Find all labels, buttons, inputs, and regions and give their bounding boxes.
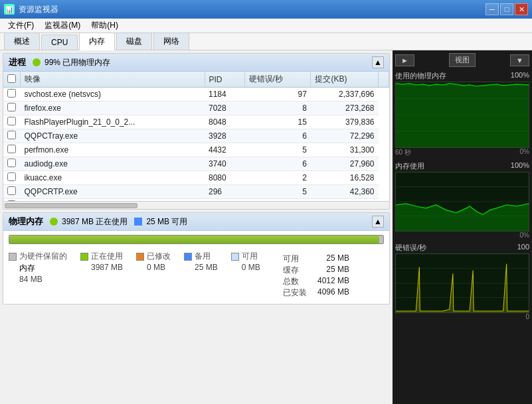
menu-file[interactable]: 文件(F) xyxy=(3,19,39,33)
menu-help[interactable]: 帮助(H) xyxy=(86,19,124,33)
row-checkbox[interactable] xyxy=(7,159,16,167)
process-table-scroll[interactable]: 映像 PID 硬错误/秒 提交(KB) svchost.exe (netsvcs… xyxy=(3,72,389,201)
row-pid: 296 xyxy=(205,185,244,199)
row-checkbox[interactable] xyxy=(7,131,16,139)
maximize-button[interactable]: □ xyxy=(500,3,513,15)
row-checkbox[interactable] xyxy=(7,89,16,98)
row-name: firefox.exe xyxy=(21,101,205,115)
main-content: 进程 99% 已用物理内存 ▲ 映像 PID 硬错误/秒 xyxy=(0,50,532,404)
mem-available-icon xyxy=(231,253,239,261)
menu-monitor[interactable]: 监视器(M) xyxy=(39,19,86,33)
app-icon: 📊 xyxy=(4,4,15,15)
row-checkbox[interactable] xyxy=(7,103,16,111)
row-checkbox[interactable] xyxy=(7,186,16,195)
select-all-checkbox[interactable] xyxy=(7,74,16,83)
memory-legend: 为硬件保留的 内存 84 MB 正在使用 3987 MB xyxy=(3,248,283,304)
mem-reserved-icon xyxy=(9,253,17,261)
expand-button[interactable]: ► xyxy=(395,54,414,66)
chart-memusage-label-row: 内存使用 100% xyxy=(395,161,529,171)
right-panel: ► 视图 ▼ 使用的物理内存 100% xyxy=(393,50,532,404)
memory-avail-text: 25 MB 可用 xyxy=(146,216,187,228)
table-row: QQPCTray.exe 3928 6 72,296 xyxy=(3,129,389,143)
row-name: audiodg.exe xyxy=(21,157,205,171)
process-title: 进程 xyxy=(9,56,26,68)
process-table: 映像 PID 硬错误/秒 提交(KB) svchost.exe (netsvcs… xyxy=(3,72,389,201)
col-hard-faults[interactable]: 硬错误/秒 xyxy=(244,72,311,88)
mem-reserved: 为硬件保留的 内存 84 MB xyxy=(9,251,67,284)
row-checkbox-cell[interactable] xyxy=(3,115,21,129)
process-section-header: 进程 99% 已用物理内存 ▲ xyxy=(3,54,389,72)
left-panel: 进程 99% 已用物理内存 ▲ 映像 PID 硬错误/秒 xyxy=(0,50,393,404)
chart-memusage-canvas xyxy=(395,172,529,232)
row-name: perfmon.exe xyxy=(21,143,205,157)
mem-standby: 备用 25 MB xyxy=(184,251,218,284)
chart-physical-100: 100% xyxy=(511,71,529,81)
row-checkbox[interactable] xyxy=(7,172,16,181)
mem-val-total: 总数 4012 MB xyxy=(283,276,384,287)
tab-disk[interactable]: 磁盘 xyxy=(116,33,152,50)
row-checkbox-cell[interactable] xyxy=(3,171,21,185)
chart-memusage-bottom: 0% xyxy=(395,232,529,239)
row-checkbox-cell[interactable] xyxy=(3,88,21,101)
row-name: FlashPlayerPlugin_21_0_0_2... xyxy=(21,115,205,129)
chart-memory-usage: 内存使用 100% 0% xyxy=(395,161,529,239)
row-checkbox[interactable] xyxy=(7,200,16,201)
mem-available: 可用 0 MB xyxy=(231,251,260,284)
table-row: ikuacc.exe 8080 2 16,528 xyxy=(3,171,389,185)
row-checkbox[interactable] xyxy=(7,145,16,153)
col-pid[interactable]: PID xyxy=(205,72,244,88)
chart-hardfaults-100: 100 xyxy=(517,243,529,253)
chart-hardfaults-canvas xyxy=(395,253,529,313)
title-bar: 📊 资源监视器 ─ □ ✕ xyxy=(0,0,532,19)
mem-reserved-label: 为硬件保留的 xyxy=(9,251,67,262)
tab-network[interactable]: 网络 xyxy=(153,33,189,50)
row-commit: 72,296 xyxy=(311,129,379,143)
col-image[interactable]: 映像 xyxy=(21,72,205,88)
col-checkbox xyxy=(3,72,21,88)
row-commit: 31,300 xyxy=(311,143,379,157)
table-row: audiodg.exe 3740 6 27,960 xyxy=(3,157,389,171)
process-hscrollbar[interactable] xyxy=(3,201,389,209)
tab-overview[interactable]: 概述 xyxy=(4,33,40,50)
memory-section-header: 物理内存 3987 MB 正在使用 25 MB 可用 ▲ xyxy=(3,213,389,231)
chart-memusage-svg xyxy=(396,172,529,231)
process-status: 99% 已用物理内存 xyxy=(33,57,110,68)
row-checkbox-cell[interactable] xyxy=(3,143,21,157)
mem-modified-label: 已修改 xyxy=(136,251,171,262)
row-commit: 42,360 xyxy=(311,185,379,199)
mem-val-installed: 已安装 4096 MB xyxy=(283,287,384,299)
row-checkbox[interactable] xyxy=(7,117,16,125)
chart-hardfaults: 硬错误/秒 100 0 xyxy=(395,243,529,320)
svg-marker-7 xyxy=(396,204,529,231)
row-checkbox-cell[interactable] xyxy=(3,101,21,115)
minimize-button[interactable]: ─ xyxy=(486,3,499,15)
col-scrollbar-spacer xyxy=(379,72,389,88)
col-commit[interactable]: 提交(KB) xyxy=(311,72,379,88)
view-dropdown-button[interactable]: ▼ xyxy=(510,54,529,66)
row-hard-faults: 6 xyxy=(244,129,311,143)
process-collapse-button[interactable]: ▲ xyxy=(372,56,384,68)
mem-standby-icon xyxy=(184,253,192,261)
mem-modified-icon xyxy=(136,253,144,261)
svg-marker-3 xyxy=(396,84,529,147)
tab-cpu[interactable]: CPU xyxy=(41,34,78,50)
row-commit: 273,268 xyxy=(311,101,379,115)
tab-memory[interactable]: 内存 xyxy=(79,33,115,50)
row-hard-faults: 5 xyxy=(244,185,311,199)
memory-collapse-button[interactable]: ▲ xyxy=(372,216,384,228)
row-checkbox-cell[interactable] xyxy=(3,129,21,143)
tabs-bar: 概述 CPU 内存 磁盘 网络 xyxy=(0,33,532,50)
row-checkbox-cell[interactable] xyxy=(3,157,21,171)
chart-physical-bottom: 60 秒 0% xyxy=(395,148,529,157)
row-hard-faults: 97 xyxy=(244,88,311,101)
mem-in-use-label: 正在使用 xyxy=(80,251,123,262)
mem-standby-val: 25 MB xyxy=(184,263,218,272)
memory-avail-dot xyxy=(134,218,142,226)
close-button[interactable]: ✕ xyxy=(515,3,528,15)
row-hard-faults: 8 xyxy=(244,101,311,115)
row-checkbox-cell[interactable] xyxy=(3,185,21,199)
chart-memusage-0: 0% xyxy=(520,232,529,239)
mem-modified-val: 0 MB xyxy=(136,263,165,272)
row-name: QQPCTray.exe xyxy=(21,129,205,143)
view-button[interactable]: 视图 xyxy=(449,53,476,67)
